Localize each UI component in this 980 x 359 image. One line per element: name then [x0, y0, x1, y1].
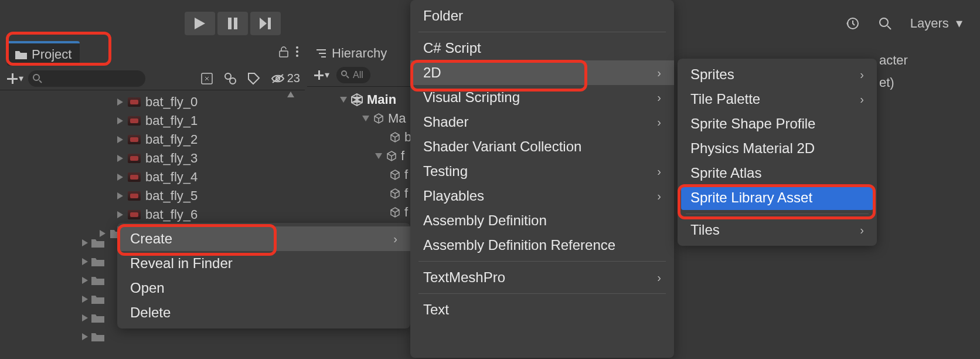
- hierarchy-search[interactable]: All: [336, 67, 370, 83]
- svg-rect-1: [228, 18, 232, 29]
- menu-item-sprite-library[interactable]: Sprite Library Asset: [681, 185, 873, 210]
- menu-item-visual-scripting[interactable]: Visual Scripting›: [410, 85, 674, 110]
- svg-marker-21: [287, 92, 294, 97]
- sprite-thumbnail-icon: [128, 135, 141, 144]
- menu-item-testing[interactable]: Testing›: [410, 159, 674, 184]
- context-menu-create: Folder C# Script 2D› Visual Scripting› S…: [410, 0, 674, 358]
- menu-item-asmdef[interactable]: Assembly Definition: [410, 208, 674, 233]
- asset-item[interactable]: bat_fly_5: [0, 187, 305, 205]
- sprite-thumbnail-icon: [128, 154, 141, 163]
- asset-item[interactable]: bat_fly_0: [0, 93, 305, 111]
- svg-marker-23: [117, 117, 123, 124]
- menu-item-shader-variant[interactable]: Shader Variant Collection: [410, 134, 674, 159]
- folder-tree: [82, 233, 104, 346]
- menu-item-asmref[interactable]: Assembly Definition Reference: [410, 233, 674, 258]
- asset-item[interactable]: bat_fly_4: [0, 168, 305, 187]
- layers-dropdown[interactable]: Layers ▾: [904, 16, 968, 31]
- lock-icon[interactable]: [278, 46, 290, 57]
- menu-item-tiles[interactable]: Tiles›: [678, 218, 877, 242]
- svg-rect-8: [280, 51, 288, 57]
- search-icon[interactable]: [872, 12, 899, 35]
- scroll-up-icon[interactable]: [287, 92, 294, 100]
- search-icon: [341, 70, 349, 79]
- visibility-toggle[interactable]: 23: [271, 72, 300, 85]
- filter-icon[interactable]: [224, 72, 237, 85]
- sprite-thumbnail-icon: [128, 191, 141, 201]
- more-icon[interactable]: [295, 46, 299, 57]
- right-toolbar: Layers ▾: [839, 12, 980, 35]
- cube-icon: [389, 169, 401, 181]
- menu-item-text[interactable]: Text: [410, 297, 674, 322]
- menu-item-shader[interactable]: Shader›: [410, 110, 674, 134]
- svg-point-17: [225, 73, 231, 79]
- play-controls: [185, 12, 281, 35]
- history-icon[interactable]: [839, 12, 866, 35]
- separator: [418, 293, 666, 294]
- menu-item-playables[interactable]: Playables›: [410, 184, 674, 208]
- sprite-thumbnail-icon: [128, 172, 141, 182]
- menu-item-delete[interactable]: Delete: [117, 300, 410, 325]
- svg-marker-25: [117, 155, 123, 162]
- svg-point-41: [342, 71, 346, 76]
- menu-item-tile-palette[interactable]: Tile Palette›: [678, 87, 877, 111]
- menu-item-create[interactable]: Create›: [117, 226, 410, 251]
- menu-item-open[interactable]: Open: [117, 276, 410, 300]
- inspector-partial: acter et): [879, 53, 908, 90]
- svg-point-10: [296, 50, 298, 53]
- menu-item-sprites[interactable]: Sprites›: [678, 62, 877, 87]
- asset-item[interactable]: bat_fly_6: [0, 205, 305, 224]
- pause-button[interactable]: [217, 12, 248, 35]
- svg-marker-44: [362, 116, 369, 121]
- unity-icon: [351, 93, 363, 106]
- asset-item[interactable]: bat_fly_3: [0, 149, 305, 168]
- svg-marker-22: [117, 99, 123, 106]
- sprite-thumbnail-icon: [128, 116, 141, 126]
- step-button[interactable]: [250, 12, 281, 35]
- svg-marker-33: [82, 296, 88, 303]
- separator: [686, 214, 869, 214]
- svg-marker-43: [340, 97, 347, 103]
- svg-marker-35: [82, 333, 88, 340]
- svg-point-6: [880, 18, 888, 26]
- svg-marker-32: [82, 277, 88, 284]
- svg-point-9: [296, 46, 298, 49]
- menu-item-sprite-atlas[interactable]: Sprite Atlas: [678, 161, 877, 185]
- svg-point-18: [230, 78, 236, 84]
- play-button[interactable]: [185, 12, 215, 35]
- svg-rect-40: [314, 74, 324, 76]
- menu-item-2d[interactable]: 2D›: [410, 60, 674, 85]
- svg-point-14: [33, 74, 39, 80]
- asset-item[interactable]: bat_fly_1: [0, 111, 305, 130]
- svg-marker-0: [195, 18, 205, 29]
- sprite-thumbnail-icon: [128, 210, 141, 219]
- menu-item-reveal[interactable]: Reveal in Finder: [117, 251, 410, 276]
- asset-item[interactable]: bat_fly_2: [0, 130, 305, 149]
- label-icon[interactable]: [247, 72, 260, 85]
- project-search-input[interactable]: [28, 70, 145, 87]
- hierarchy-icon: [315, 48, 327, 59]
- context-menu-project: Create› Reveal in Finder Open Delete: [117, 223, 410, 328]
- eye-off-icon: [271, 73, 285, 84]
- svg-marker-30: [82, 239, 88, 246]
- menu-item-tmp[interactable]: TextMeshPro›: [410, 265, 674, 290]
- add-dropdown[interactable]: ▾: [5, 73, 26, 84]
- sprite-thumbnail-icon: [128, 97, 141, 107]
- hierarchy-add-dropdown[interactable]: ▾: [312, 69, 332, 80]
- svg-marker-28: [117, 211, 123, 218]
- menu-item-folder[interactable]: Folder: [410, 4, 674, 28]
- cube-icon: [389, 188, 401, 199]
- menu-item-physics-mat[interactable]: Physics Material 2D: [678, 136, 877, 161]
- svg-marker-26: [117, 174, 123, 181]
- menu-item-sprite-shape[interactable]: Sprite Shape Profile: [678, 111, 877, 136]
- svg-point-11: [296, 55, 298, 57]
- svg-rect-13: [7, 78, 18, 80]
- svg-rect-2: [234, 18, 237, 29]
- menu-item-csharp[interactable]: C# Script: [410, 36, 674, 60]
- package-icon[interactable]: [200, 72, 213, 85]
- svg-line-7: [887, 26, 891, 29]
- project-tab-label: Project: [32, 47, 72, 62]
- svg-marker-27: [117, 192, 123, 199]
- context-menu-2d: Sprites› Tile Palette› Sprite Shape Prof…: [678, 59, 877, 246]
- svg-rect-4: [268, 18, 271, 29]
- project-tab[interactable]: Project: [7, 41, 80, 66]
